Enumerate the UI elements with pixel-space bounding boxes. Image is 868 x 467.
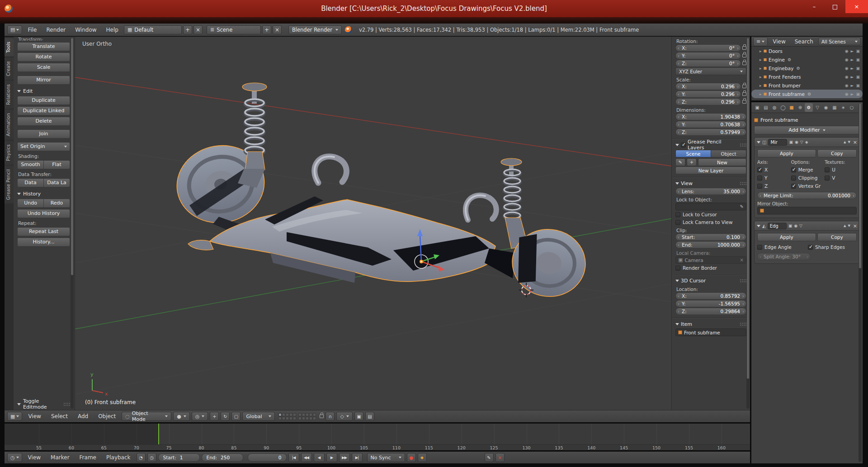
dimensions-z-field[interactable]: Z:0.57949	[675, 129, 746, 136]
cursor-y-field[interactable]: Y:-1.56595	[675, 300, 746, 307]
renderable-icon[interactable]: ▣	[856, 66, 860, 71]
editor-type-button[interactable]: ▦	[7, 412, 22, 421]
visibility-icon[interactable]: ◉	[845, 66, 849, 71]
lock-camera-checkbox[interactable]: Lock Camera to View	[675, 219, 733, 226]
minimize-button[interactable]: –	[804, 0, 825, 13]
outliner-item-front-fenders[interactable]: ▸■Front Fenders◉►▣	[751, 72, 863, 81]
editor-type-button[interactable]: ◷	[7, 453, 22, 462]
tab-texture[interactable]: ▦	[830, 103, 839, 112]
rotation-z-field[interactable]: Z:0°	[675, 60, 741, 67]
rotate-button[interactable]: Rotate	[17, 52, 70, 62]
disclosure-icon[interactable]: ▸	[760, 83, 762, 88]
toggle-render-icon[interactable]: ▣	[789, 140, 793, 144]
menu-render[interactable]: Render	[42, 25, 70, 34]
menu-add[interactable]: Add	[74, 412, 92, 421]
lock-icon[interactable]	[742, 54, 746, 57]
clipping-checkbox[interactable]: Clipping	[791, 174, 823, 181]
selectable-icon[interactable]: ►	[851, 57, 854, 62]
join-button[interactable]: Join	[17, 129, 70, 138]
render-opengl-anim-button[interactable]: ▤	[365, 412, 374, 421]
toolshelf-tab-tools[interactable]: Tools	[5, 38, 14, 57]
gpencil-new-button[interactable]: New	[698, 158, 746, 166]
start-frame-field[interactable]: Start:1	[158, 453, 200, 462]
toggle-editmode-icon[interactable]: ▽	[800, 140, 803, 144]
add-layout-button[interactable]: +	[183, 25, 192, 34]
render-border-checkbox[interactable]: Render Border	[675, 264, 717, 272]
play-reverse-button[interactable]: ◀	[314, 453, 325, 462]
menu-view[interactable]: View	[769, 37, 789, 46]
lock-to-cursor-checkbox[interactable]: Lock to Cursor	[675, 211, 717, 218]
duplicate-linked-button[interactable]: Duplicate Linked	[17, 106, 70, 115]
npanel-scrollbar[interactable]	[746, 38, 750, 409]
menu-window[interactable]: Window	[71, 25, 100, 34]
orientation-dropdown[interactable]: Global	[242, 412, 275, 421]
selectable-icon[interactable]: ►	[851, 49, 854, 53]
visibility-icon[interactable]: ◉	[845, 92, 849, 96]
repeat-history-button[interactable]: History...	[17, 238, 70, 247]
undo-history-button[interactable]: Undo History	[17, 209, 70, 218]
add-modifier-dropdown[interactable]: Add Modifier	[754, 126, 860, 134]
renderable-icon[interactable]: ▣	[856, 57, 860, 62]
rotation-x-field[interactable]: X:0°	[675, 44, 741, 52]
keying-set-button[interactable]: ◆	[418, 453, 427, 462]
renderable-icon[interactable]: ▣	[856, 83, 860, 88]
insert-keyframe-button[interactable]: ✎	[485, 453, 494, 462]
vertex-groups-checkbox[interactable]: Vertex Gr	[791, 182, 823, 190]
lock-object-field[interactable]: ✎	[675, 203, 746, 210]
tab-render-layers[interactable]: ▤	[762, 103, 770, 112]
delete-layout-button[interactable]: ×	[193, 25, 203, 34]
toggle-editmode-icon[interactable]: ▽	[799, 224, 802, 228]
toolshelf-tab-grease-pencil[interactable]: Grease Pencil	[5, 166, 14, 204]
delete-modifier-button[interactable]: ×	[853, 139, 857, 145]
outliner-item-engine[interactable]: ▸■Engine⚙◉►▣	[751, 55, 863, 64]
modifier-name-field[interactable]: Mir	[768, 139, 787, 146]
disclosure-icon[interactable]: ▸	[760, 92, 762, 96]
menu-playback[interactable]: Playback	[102, 453, 135, 462]
menu-frame[interactable]: Frame	[75, 453, 100, 462]
toggle-viewport-icon[interactable]: ◉	[794, 224, 797, 228]
apply-button[interactable]: Apply	[757, 149, 816, 157]
disclosure-icon[interactable]: ▸	[760, 57, 762, 62]
axis-y-checkbox[interactable]: Y	[757, 174, 789, 181]
renderable-icon[interactable]: ▣	[856, 75, 860, 79]
display-mode-dropdown[interactable]: All Scenes	[818, 38, 861, 45]
sync-mode-dropdown[interactable]: No Sync	[367, 453, 405, 462]
previous-keyframe-button[interactable]: ◀◀	[301, 453, 312, 462]
menu-help[interactable]: Help	[102, 25, 123, 34]
grease-pencil-panel-header[interactable]: Grease Pencil Layers	[672, 141, 750, 149]
layers-widget[interactable]	[278, 413, 316, 420]
properties-scrollbar[interactable]	[859, 104, 862, 462]
disclosure-icon[interactable]: ▸	[760, 66, 762, 71]
tab-particles[interactable]: ∗	[839, 103, 847, 112]
tab-data[interactable]: ▽	[813, 103, 821, 112]
manipulator-rotate-button[interactable]: ↻	[221, 412, 230, 421]
end-frame-field[interactable]: End:250	[202, 453, 243, 462]
menu-file[interactable]: File	[24, 25, 41, 34]
menu-search[interactable]: Search	[791, 37, 817, 46]
toggle-editmode-header[interactable]: Toggle Editmode	[17, 400, 70, 408]
toolshelf-tab-relations[interactable]: Relations	[5, 81, 14, 109]
jump-to-start-button[interactable]: |◀	[288, 453, 299, 462]
scale-z-field[interactable]: Z:0.296	[675, 98, 741, 105]
eyedropper-icon[interactable]: ✎	[740, 204, 744, 209]
mode-dropdown[interactable]: ◌Object Mode	[122, 412, 171, 421]
menu-view[interactable]: View	[24, 453, 45, 462]
panel-grip[interactable]	[63, 402, 70, 406]
menu-marker[interactable]: Marker	[47, 453, 73, 462]
clip-start-field[interactable]: Start:0.100	[675, 234, 746, 241]
repeat-last-button[interactable]: Repeat Last	[17, 227, 70, 236]
lock-time-button[interactable]: ◷	[147, 453, 156, 462]
viewport-shading-dropdown[interactable]: ●	[173, 412, 190, 421]
timeline-editor[interactable]: 5560657075808590951001051101151201251301…	[5, 424, 750, 450]
visibility-icon[interactable]: ◉	[845, 75, 849, 79]
scale-button[interactable]: Scale	[17, 63, 70, 72]
new-layer-button[interactable]: New Layer	[675, 167, 746, 174]
edge-angle-checkbox[interactable]: Edge Angle	[757, 243, 806, 251]
toggle-render-icon[interactable]: ▣	[788, 224, 793, 228]
gpencil-draw-button[interactable]: ✎	[675, 158, 685, 166]
tab-constraints[interactable]: ⊕	[796, 103, 804, 112]
scale-x-field[interactable]: X:0.296	[675, 83, 741, 90]
selectable-icon[interactable]: ►	[851, 75, 854, 79]
edit-panel-header[interactable]: Edit	[17, 87, 70, 95]
window-titlebar[interactable]: Blender [C:\Users\Rick_2\Desktop\Focus D…	[0, 0, 868, 17]
